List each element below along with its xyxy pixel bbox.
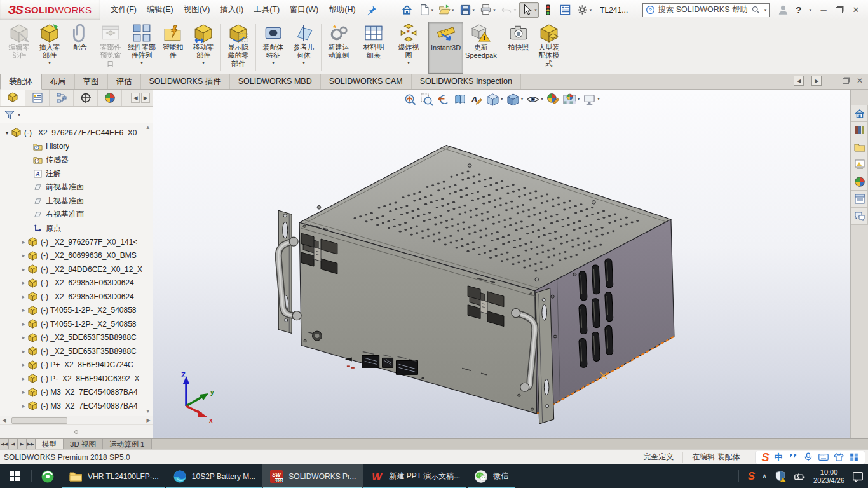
start-button[interactable]	[0, 464, 29, 488]
hscroll-thumb[interactable]	[11, 417, 67, 424]
mate-button[interactable]: 配合	[65, 22, 95, 74]
bottom-tab-1[interactable]: 3D 视图	[64, 439, 103, 449]
dropdown-caret[interactable]: ▾	[514, 8, 517, 13]
tab-layout[interactable]: 布局	[42, 74, 75, 89]
new-motion-study-button[interactable]: *新建运 动算例	[323, 22, 354, 74]
panel-splitter[interactable]	[0, 424, 153, 438]
help-button[interactable]: ?	[796, 4, 801, 15]
tree-item[interactable]: ▸(-) _X2_9762677F_X0_141<	[3, 235, 142, 249]
sogou-logo-icon[interactable]: S	[761, 452, 769, 463]
ime-toolbox-icon[interactable]	[849, 452, 859, 462]
pin-icon[interactable]	[366, 4, 377, 16]
dropdown-caret[interactable]: ▾	[272, 60, 275, 65]
tree-item[interactable]: ▸(-) _X2_629853E063D0624	[3, 290, 142, 304]
tree-item[interactable]: 传感器	[3, 153, 142, 167]
home-button[interactable]	[399, 2, 415, 18]
tray-expand-chevron-icon[interactable]: ∧	[762, 472, 767, 480]
edit-appearance-button[interactable]	[546, 92, 560, 107]
collapse-right-pane-button[interactable]: ▶	[811, 76, 822, 86]
expander-closed[interactable]: ▸	[19, 389, 28, 395]
sogou-tray-icon[interactable]: S	[748, 470, 755, 483]
print-button[interactable]: ▾	[478, 2, 498, 18]
linear-component-pattern-button[interactable]: 线性零部 件阵列▾	[126, 22, 158, 74]
defender-shield-icon[interactable]: !	[774, 470, 787, 483]
doc-restore-button[interactable]	[843, 78, 849, 84]
tree-item[interactable]: 右视基准面	[3, 208, 142, 222]
bottom-tab-0[interactable]: 模型	[36, 439, 64, 449]
new-document-button[interactable]: ▾	[416, 2, 436, 18]
tree-item[interactable]: 上视基准面	[3, 194, 142, 208]
dropdown-caret[interactable]: ▾	[48, 60, 51, 65]
menu-help[interactable]: 帮助(H)	[323, 0, 360, 20]
appearances-pane-button[interactable]	[851, 173, 868, 191]
restore-button[interactable]	[836, 7, 843, 13]
tab-nav-next[interactable]: ▶	[18, 439, 27, 449]
ime-mic-icon[interactable]	[803, 452, 813, 462]
hscroll-right-arrow[interactable]: ▶	[144, 416, 153, 424]
hide-show-items-button[interactable]: ▾	[526, 92, 544, 107]
expander-closed[interactable]: ▸	[19, 252, 28, 259]
hscroll-left-arrow[interactable]: ◀	[0, 416, 8, 424]
tree-filter[interactable]: ▾	[0, 107, 153, 123]
tab-dimxpertmanager[interactable]	[74, 90, 98, 106]
expander-closed[interactable]: ▸	[19, 403, 28, 409]
help-caret[interactable]: ▾	[809, 8, 811, 13]
dropdown-caret[interactable]: ▾	[534, 8, 537, 13]
3d-viewport-canvas[interactable]	[153, 90, 850, 438]
taskbar-file-explorer[interactable]: VHR TL24100LFP-...	[62, 464, 166, 488]
tab-featuremanager-tree[interactable]	[1, 90, 25, 106]
view-settings-button[interactable]: ▾	[582, 92, 600, 107]
update-speedpak-button[interactable]: !更新 Speedpak	[463, 22, 499, 74]
tab-scroll-left[interactable]: ◀	[131, 93, 140, 103]
dropdown-caret[interactable]: ▾	[501, 97, 503, 102]
ime-language-toggle[interactable]: 中	[775, 452, 783, 463]
design-library-pane-button[interactable]	[851, 122, 868, 139]
display-style-button[interactable]: ▾	[506, 92, 524, 107]
dropdown-caret[interactable]: ▾	[590, 8, 592, 13]
expander-closed[interactable]: ▸	[19, 376, 28, 382]
home-pane-button[interactable]	[851, 105, 868, 122]
tree-item[interactable]: ▸(-) M3_X2_7EC4540887BA4	[3, 399, 142, 413]
zoom-fit-button[interactable]	[403, 92, 417, 107]
dropdown-caret[interactable]: ▾	[140, 60, 143, 65]
performance-pipeline-button[interactable]	[540, 2, 556, 18]
user-icon[interactable]	[777, 4, 789, 16]
tree-item[interactable]: ▸(-) P-_X2_8F6F94DC6392_X	[3, 372, 142, 386]
dropdown-caret[interactable]: ▾	[473, 8, 475, 13]
tab-sw-inspection[interactable]: SOLIDWORKS Inspection	[412, 74, 521, 89]
menu-edit[interactable]: 编辑(E)	[142, 0, 179, 20]
menu-file[interactable]: 文件(F)	[105, 0, 142, 20]
help-search-input[interactable]: ? 搜索 SOLIDWORKS 帮助 ▾	[642, 3, 770, 17]
zoom-area-button[interactable]	[419, 92, 434, 107]
tree-item[interactable]: ▸(-) _X2_60699636_X0_BMS	[3, 249, 142, 263]
tab-sw-addins[interactable]: SOLIDWORKS 插件	[141, 74, 230, 89]
close-button[interactable]: ✕	[850, 5, 862, 15]
notification-center-icon[interactable]	[851, 470, 864, 483]
open-button[interactable]: ▾	[437, 2, 456, 18]
view-orientation-button[interactable]: ▾	[485, 92, 504, 107]
select-cursor-button[interactable]: ▾	[519, 2, 539, 18]
tab-sketch[interactable]: 草图	[75, 74, 108, 89]
dropdown-caret[interactable]: ▾	[431, 8, 434, 13]
tab-sw-mbd[interactable]: SOLIDWORKS MBD	[230, 74, 321, 89]
tree-vertical-scrollbar[interactable]: ▲▼	[144, 125, 152, 414]
tree-item[interactable]: 原点	[3, 222, 142, 236]
tree-item[interactable]: A注解	[3, 167, 142, 181]
expander-closed[interactable]: ▸	[19, 362, 28, 368]
tab-displaymanager[interactable]	[98, 90, 122, 106]
properties-button[interactable]	[557, 2, 573, 18]
expander-closed[interactable]: ▸	[19, 266, 28, 273]
custom-properties-pane-button[interactable]	[851, 191, 868, 208]
assembly-features-button[interactable]: 装配体 特征▾	[258, 22, 288, 74]
search-dropdown-caret[interactable]: ▾	[764, 8, 767, 13]
expander-closed[interactable]: ▸	[19, 239, 28, 245]
tab-evaluate[interactable]: 评估	[108, 74, 141, 89]
menu-view[interactable]: 视图(V)	[179, 0, 215, 20]
tree-item[interactable]: ▸(-) T4055-1-2P-_X2_540858	[3, 304, 142, 318]
dropdown-caret[interactable]: ▾	[407, 60, 410, 65]
tree-item[interactable]: ▸(-) P+_X2_8F6F94DC724C_	[3, 358, 142, 372]
move-component-button[interactable]: 移动零 部件▾	[188, 22, 219, 74]
ime-punctuation-icon[interactable]	[788, 452, 798, 462]
taskbar-solidworks[interactable]: SW2018SOLIDWORKS Pr...	[262, 464, 363, 488]
reference-geometry-button[interactable]: 参考几 何体▾	[288, 22, 319, 74]
